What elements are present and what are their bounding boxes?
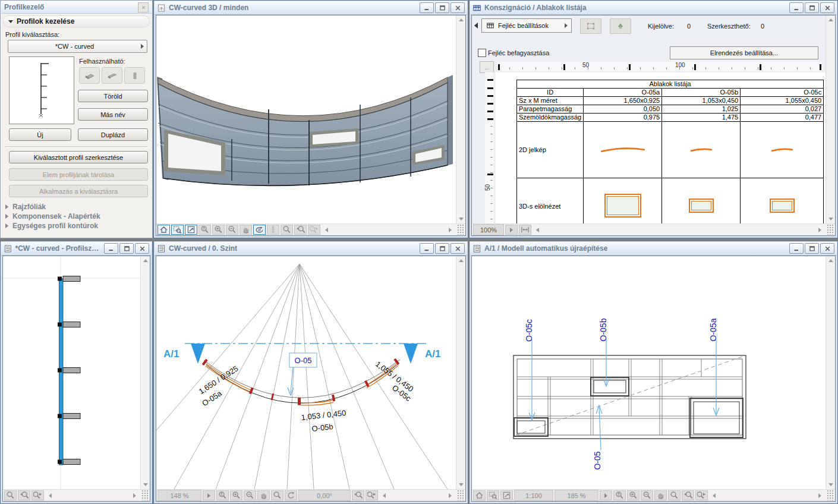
plan-canvas[interactable]: A/1 A/1 bbox=[156, 256, 456, 489]
scroll-track[interactable] bbox=[332, 225, 445, 234]
section-profilok-kezelese[interactable]: Profilok kezelése bbox=[3, 15, 150, 27]
horizontal-scrollbar[interactable] bbox=[533, 225, 825, 235]
fit-in-window-button[interactable] bbox=[4, 490, 17, 500]
vertical-scrollbar[interactable] bbox=[456, 256, 465, 489]
zoom-back-button[interactable] bbox=[352, 490, 364, 500]
section-egyseges-profil[interactable]: Egységes profil kontúrok bbox=[5, 222, 98, 230]
zoom-menu-button[interactable] bbox=[600, 490, 612, 500]
zoom-in-button[interactable] bbox=[627, 490, 639, 500]
scroll-right-icon[interactable] bbox=[449, 228, 452, 232]
usable-wall-button[interactable] bbox=[79, 67, 100, 84]
close-button[interactable] bbox=[138, 2, 149, 12]
zoom-out-button[interactable] bbox=[244, 490, 256, 500]
resize-grip[interactable] bbox=[456, 225, 464, 235]
scroll-down-icon[interactable] bbox=[143, 483, 148, 486]
scroll-left-icon[interactable] bbox=[536, 228, 539, 232]
marquee-tool-button[interactable] bbox=[580, 18, 601, 34]
raise-header-button[interactable] bbox=[610, 18, 631, 34]
scroll-right-icon[interactable] bbox=[449, 493, 452, 498]
maximize-button[interactable] bbox=[805, 2, 819, 13]
zoom-back-button[interactable] bbox=[294, 225, 307, 235]
ruler-more-button[interactable]: ... bbox=[480, 61, 494, 73]
rename-button[interactable]: Más név bbox=[78, 108, 148, 121]
zoom-marquee-button[interactable] bbox=[171, 225, 184, 235]
scroll-up-icon[interactable] bbox=[143, 259, 148, 262]
close-button[interactable] bbox=[820, 2, 834, 13]
scroll-down-icon[interactable] bbox=[459, 218, 464, 220]
pan-button[interactable] bbox=[257, 490, 270, 500]
apply-to-selection-button[interactable]: Alkalmazás a kiválasztásra bbox=[9, 185, 148, 197]
section-rajzfoliak[interactable]: Rajzfóliák bbox=[5, 203, 46, 211]
schedule-titlebar[interactable]: Konszignáció / Ablakok listája bbox=[470, 1, 837, 15]
profile-select-dropdown[interactable]: *CW - curved bbox=[8, 40, 147, 53]
vertical-scrollbar[interactable] bbox=[456, 15, 465, 223]
view3d-canvas[interactable] bbox=[156, 15, 456, 223]
zoom-forward-button[interactable] bbox=[366, 490, 378, 500]
zoom-out-button[interactable] bbox=[226, 225, 238, 235]
delete-button[interactable]: Töröld bbox=[78, 90, 148, 102]
store-element-profile-button[interactable]: Elem profiljának tárolása bbox=[9, 168, 148, 181]
horizontal-scrollbar[interactable] bbox=[709, 490, 825, 500]
maximize-button[interactable] bbox=[805, 243, 819, 254]
profile-manager-titlebar[interactable]: Profilkezelő bbox=[1, 1, 152, 14]
scroll-down-icon[interactable] bbox=[459, 483, 464, 486]
schedule-paper[interactable]: Ablakok listája ID O-05a O-05b O-05c Sz … bbox=[496, 73, 827, 236]
resize-grip[interactable] bbox=[826, 490, 834, 500]
pan-edit-button[interactable] bbox=[185, 225, 197, 235]
close-button[interactable] bbox=[820, 243, 834, 254]
scroll-track[interactable] bbox=[55, 491, 130, 500]
section-komponensek[interactable]: Komponensek - Alapérték bbox=[5, 212, 100, 220]
elevation-titlebar[interactable]: A/1 / Modell automatikus újraépítése bbox=[470, 242, 837, 256]
usable-beam-button[interactable] bbox=[102, 67, 122, 84]
horizontal-scrollbar[interactable] bbox=[322, 225, 455, 235]
view3d-titlebar[interactable]: CW-curved 3D / minden bbox=[155, 1, 467, 15]
zoom-field[interactable]: 148 % bbox=[157, 490, 201, 501]
close-button[interactable] bbox=[450, 2, 465, 13]
horizontal-scrollbar[interactable] bbox=[45, 490, 140, 500]
vertical-scrollbar[interactable] bbox=[140, 256, 150, 489]
scroll-left-icon[interactable] bbox=[383, 493, 386, 498]
zoom-menu-button[interactable] bbox=[203, 490, 215, 500]
scroll-left-icon[interactable] bbox=[713, 493, 716, 498]
freeze-header-checkbox[interactable] bbox=[478, 49, 486, 57]
minimize-button[interactable] bbox=[789, 2, 804, 13]
resize-grip[interactable] bbox=[456, 490, 464, 500]
scroll-right-icon[interactable] bbox=[818, 493, 821, 498]
vertical-scrollbar[interactable] bbox=[826, 256, 835, 489]
resize-grip[interactable] bbox=[141, 490, 149, 500]
duplicate-button[interactable]: Duplázd bbox=[78, 128, 148, 141]
zoom-in-button[interactable] bbox=[230, 490, 242, 500]
zoom-plusminus-button[interactable] bbox=[613, 490, 626, 500]
minimize-button[interactable] bbox=[104, 243, 118, 254]
home-button[interactable] bbox=[157, 225, 170, 235]
close-button[interactable] bbox=[450, 243, 465, 254]
profile-editor-canvas[interactable] bbox=[3, 256, 141, 489]
fit-in-window-button[interactable] bbox=[281, 225, 293, 235]
zoom-out-button[interactable] bbox=[641, 490, 653, 500]
zoom-forward-button[interactable] bbox=[308, 225, 320, 235]
plan-titlebar[interactable]: CW-curved / 0. Szint bbox=[155, 242, 467, 256]
elevation-canvas[interactable]: O-05c O-05b O-05a O-05 bbox=[472, 256, 826, 489]
window-id-label[interactable]: O-05 bbox=[593, 451, 602, 470]
scroll-left-icon[interactable] bbox=[49, 493, 52, 498]
scroll-right-icon[interactable] bbox=[818, 228, 821, 232]
zoom-field[interactable]: 100% bbox=[473, 224, 504, 235]
scale-field[interactable]: 1:100 bbox=[514, 490, 553, 501]
pan-button[interactable] bbox=[240, 225, 252, 235]
layout-settings-button[interactable]: Elrendezés beállítása... bbox=[670, 46, 818, 59]
maximize-button[interactable] bbox=[119, 243, 134, 254]
zoom-plusminus-button[interactable] bbox=[216, 490, 229, 500]
pan-edit-button[interactable] bbox=[500, 490, 513, 500]
resize-grip[interactable] bbox=[826, 225, 834, 235]
walk-button[interactable] bbox=[267, 225, 279, 235]
close-button[interactable] bbox=[135, 243, 149, 254]
rotate-view-button[interactable] bbox=[285, 490, 297, 500]
header-settings-button[interactable]: Fejléc beállítások bbox=[481, 18, 572, 33]
fit-in-window-button[interactable] bbox=[668, 490, 681, 500]
orientation-field[interactable]: 0,00° bbox=[298, 490, 351, 501]
scroll-track[interactable] bbox=[543, 225, 815, 234]
model-rebuild-button[interactable] bbox=[473, 490, 486, 500]
zoom-field[interactable]: 185 % bbox=[555, 490, 598, 501]
scroll-track[interactable] bbox=[719, 491, 815, 500]
zoom-plusminus-button[interactable] bbox=[199, 225, 211, 235]
